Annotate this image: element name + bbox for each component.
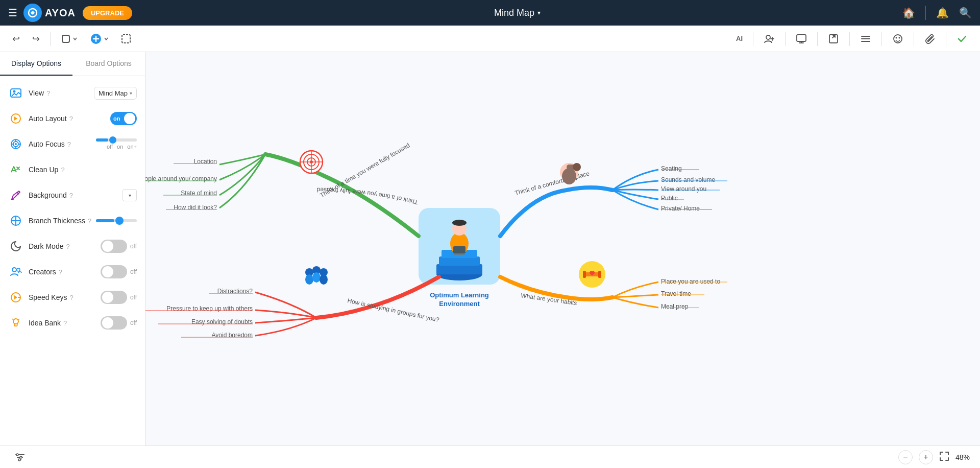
view-control: Mind Map ▾ — [94, 87, 137, 100]
svg-point-9 — [899, 37, 900, 38]
svg-text:Meal prep: Meal prep — [661, 303, 689, 310]
ai-button[interactable]: AI — [732, 32, 747, 45]
clean-up-help-icon[interactable]: ? — [61, 166, 64, 174]
svg-text:Public: Public — [661, 195, 678, 202]
present-button[interactable] — [792, 30, 811, 48]
tab-board-options[interactable]: Board Options — [72, 52, 145, 76]
search-icon[interactable]: 🔍 — [959, 7, 972, 19]
home-icon[interactable]: 🏠 — [902, 7, 915, 19]
view-help-icon[interactable]: ? — [46, 89, 50, 97]
upgrade-button[interactable]: UPGRADE — [83, 6, 132, 20]
svg-point-104 — [20, 456, 22, 458]
creators-toggle[interactable] — [101, 265, 127, 278]
dark-mode-label: Dark Mode ? — [29, 242, 101, 250]
svg-text:Think of a time you were fully: Think of a time you were fully focused — [314, 150, 421, 242]
add-button[interactable] — [86, 30, 113, 48]
speed-keys-help-icon[interactable]: ? — [70, 294, 74, 301]
branch-thickness-fill — [96, 219, 114, 222]
tab-display-options[interactable]: Display Options — [0, 52, 72, 76]
creators-help-icon[interactable]: ? — [59, 268, 62, 276]
svg-text:Location: Location — [194, 158, 217, 165]
svg-point-8 — [896, 37, 897, 38]
branch-thickness-thumb — [115, 217, 124, 225]
check-button[interactable] — [952, 30, 972, 48]
canvas[interactable]: Optimum Learning Environment Think of a … — [0, 52, 980, 468]
toolbar-divider-4 — [817, 32, 818, 46]
dark-mode-toggle[interactable] — [101, 240, 127, 253]
panel-tabs: Display Options Board Options — [0, 52, 145, 76]
auto-focus-slider[interactable] — [96, 138, 137, 142]
background-swatch-caret-icon: ▾ — [129, 193, 131, 198]
svg-text:Sounds and volume: Sounds and volume — [661, 176, 715, 183]
creators-icon — [8, 264, 23, 279]
mind-map-title[interactable]: Mind Map ▾ — [494, 8, 541, 18]
frame-tool-button[interactable] — [117, 31, 135, 47]
notification-icon[interactable]: 🔔 — [936, 7, 949, 19]
sticker-button[interactable] — [888, 30, 908, 48]
auto-focus-help-icon[interactable]: ? — [67, 141, 71, 148]
clean-up-icon — [8, 162, 23, 177]
svg-rect-5 — [797, 35, 806, 41]
view-label: View ? — [29, 89, 94, 97]
fit-button[interactable] — [939, 451, 949, 463]
clean-up-row[interactable]: Clean Up ? — [0, 157, 145, 182]
filter-button[interactable] — [10, 449, 30, 466]
svg-text:People around you/ company: People around you/ company — [137, 175, 217, 182]
view-dropdown[interactable]: Mind Map ▾ — [94, 87, 137, 100]
dark-mode-help-icon[interactable]: ? — [66, 243, 69, 250]
branch-thickness-control — [96, 219, 137, 222]
attachment-button[interactable] — [920, 30, 940, 48]
branch-thickness-icon — [8, 213, 23, 228]
background-swatch[interactable]: ▾ — [122, 189, 137, 201]
idea-bank-control: off — [101, 316, 137, 330]
redo-button[interactable]: ↪ — [28, 30, 44, 48]
view-icon — [8, 85, 23, 101]
auto-layout-label: Auto Layout ? — [29, 114, 110, 123]
svg-line-98 — [18, 319, 19, 320]
idea-bank-toggle-knob — [102, 317, 113, 329]
svg-text:Distractions?: Distractions? — [217, 288, 253, 295]
nav-right: 🏠 🔔 🔍 — [902, 6, 972, 20]
idea-bank-toggle[interactable] — [101, 316, 127, 330]
creators-status: off — [130, 268, 137, 275]
clean-up-label: Clean Up ? — [29, 166, 137, 174]
idea-bank-help-icon[interactable]: ? — [63, 319, 67, 327]
toolbar-divider-3 — [785, 32, 786, 46]
zoom-out-button[interactable]: − — [898, 450, 913, 464]
menu-icon[interactable]: ☰ — [8, 7, 17, 19]
export-button[interactable] — [824, 30, 843, 48]
speed-keys-toggle[interactable] — [101, 291, 127, 304]
svg-point-67 — [320, 274, 328, 285]
speed-keys-icon — [8, 290, 23, 305]
zoom-in-button[interactable]: + — [919, 450, 933, 464]
speed-keys-control: off — [101, 291, 137, 304]
menu-lines-button[interactable] — [856, 30, 875, 48]
toolbar-divider-2 — [753, 32, 753, 46]
svg-point-95 — [13, 319, 18, 324]
svg-text:Private/ Home: Private/ Home — [661, 205, 700, 212]
speed-keys-row: Speed Keys ? off — [0, 285, 145, 310]
undo-button[interactable]: ↩ — [8, 30, 24, 48]
svg-rect-77 — [583, 271, 586, 278]
toolbar-divider-1 — [50, 32, 51, 46]
add-user-button[interactable] — [760, 30, 779, 48]
toolbar-right: AI — [732, 30, 972, 48]
bottom-right: − + 48% — [898, 450, 970, 464]
logo-icon — [23, 4, 42, 22]
logo: AYOA — [23, 4, 76, 22]
background-help-icon[interactable]: ? — [69, 192, 73, 199]
speed-keys-label: Speed Keys ? — [29, 293, 101, 301]
toolbar-divider-5 — [849, 32, 850, 46]
auto-layout-help-icon[interactable]: ? — [69, 115, 73, 123]
background-label: Background ? — [29, 191, 122, 199]
shape-tool-button[interactable] — [57, 31, 82, 47]
view-dropdown-caret-icon: ▾ — [130, 90, 132, 96]
speed-keys-toggle-knob — [102, 292, 113, 303]
dark-mode-row: Dark Mode ? off — [0, 233, 145, 259]
auto-layout-toggle[interactable]: on — [110, 112, 137, 125]
creators-row: Creators ? off — [0, 259, 145, 285]
branch-thickness-help-icon[interactable]: ? — [88, 217, 91, 225]
svg-point-84 — [15, 143, 17, 145]
branch-thickness-slider[interactable] — [96, 219, 137, 222]
idea-bank-icon — [8, 315, 23, 331]
